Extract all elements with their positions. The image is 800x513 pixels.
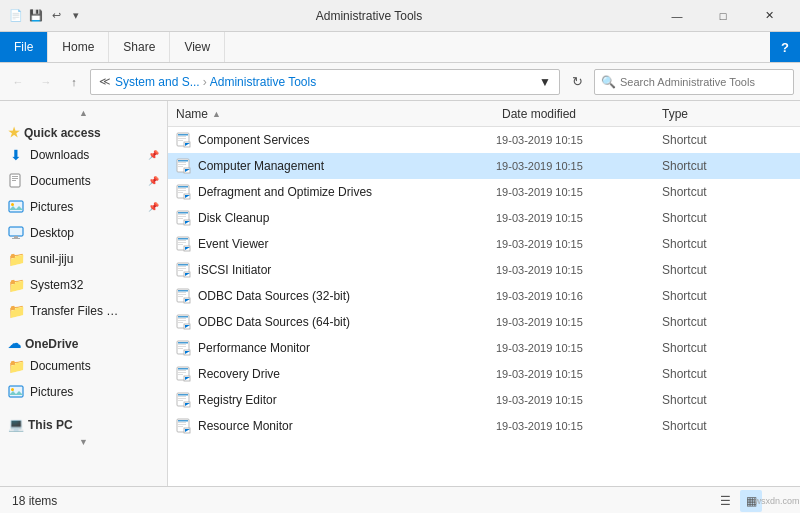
file-icon (176, 366, 192, 382)
onedrive-pics-label: Pictures (30, 385, 73, 399)
svg-rect-32 (178, 216, 186, 217)
sidebar-item-desktop[interactable]: Desktop (0, 220, 167, 246)
svg-rect-3 (12, 180, 16, 181)
svg-rect-54 (178, 316, 188, 318)
svg-rect-69 (178, 374, 183, 375)
dropdown-icon[interactable]: ▾ (68, 8, 84, 24)
table-row[interactable]: Registry Editor 19-03-2019 10:15 Shortcu… (168, 387, 800, 413)
file-icon (176, 314, 192, 330)
tab-file[interactable]: File (0, 32, 48, 62)
table-row[interactable]: Component Services 19-03-2019 10:15 Shor… (168, 127, 800, 153)
divider-2 (0, 405, 167, 413)
tab-home[interactable]: Home (48, 32, 109, 62)
svg-rect-9 (9, 386, 23, 397)
svg-rect-60 (178, 342, 188, 344)
tab-view[interactable]: View (170, 32, 225, 62)
sidebar-item-downloads[interactable]: ⬇ Downloads 📌 (0, 142, 167, 168)
sidebar-item-system32[interactable]: 📁 System32 (0, 272, 167, 298)
svg-rect-55 (178, 318, 186, 319)
svg-rect-33 (178, 218, 183, 219)
sidebar-item-onedrive-pics[interactable]: Pictures (0, 379, 167, 405)
file-icon (176, 392, 192, 408)
pictures-pin: 📌 (148, 202, 159, 212)
svg-rect-21 (178, 166, 183, 167)
table-row[interactable]: Event Viewer 19-03-2019 10:15 Shortcut (168, 231, 800, 257)
file-icon (176, 236, 192, 252)
documents-label: Documents (30, 174, 91, 188)
up-button[interactable]: ↑ (62, 70, 86, 94)
sidebar-scroll-up[interactable]: ▲ (0, 105, 167, 121)
file-date-cell: 19-03-2019 10:15 (496, 342, 656, 354)
file-name-text: iSCSI Initiator (198, 263, 271, 277)
onedrive-docs-icon: 📁 (8, 358, 24, 374)
tab-share[interactable]: Share (109, 32, 170, 62)
downloads-icon: ⬇ (8, 147, 24, 163)
table-row[interactable]: ODBC Data Sources (64-bit) 19-03-2019 10… (168, 309, 800, 335)
main-area: ▲ ★ Quick access ⬇ Downloads 📌 Documents… (0, 101, 800, 486)
file-icon (176, 184, 192, 200)
close-button[interactable]: ✕ (746, 0, 792, 32)
table-row[interactable]: iSCSI Initiator 19-03-2019 10:15 Shortcu… (168, 257, 800, 283)
transfer-icon: 📁 (8, 303, 24, 319)
sidebar-item-documents[interactable]: Documents 📌 (0, 168, 167, 194)
file-date-cell: 19-03-2019 10:15 (496, 264, 656, 276)
help-button[interactable]: ? (770, 32, 800, 62)
sidebar-item-onedrive-docs[interactable]: 📁 Documents (0, 353, 167, 379)
file-name-cell: Recovery Drive (176, 366, 490, 382)
svg-rect-75 (178, 400, 183, 401)
table-row[interactable]: Resource Monitor 19-03-2019 10:15 Shortc… (168, 413, 800, 439)
svg-rect-56 (178, 320, 186, 321)
status-bar: 18 items ☰ ▦ wsxdn.com (0, 486, 800, 513)
svg-rect-4 (9, 201, 23, 212)
svg-rect-30 (178, 212, 188, 214)
search-box[interactable]: 🔍 (594, 69, 794, 95)
table-row[interactable]: ODBC Data Sources (32-bit) 19-03-2019 10… (168, 283, 800, 309)
table-row[interactable]: Performance Monitor 19-03-2019 10:15 Sho… (168, 335, 800, 361)
file-icon (176, 288, 192, 304)
table-row[interactable]: Defragment and Optimize Drives 19-03-201… (168, 179, 800, 205)
desktop-icon (8, 225, 24, 241)
section-onedrive[interactable]: ☁ OneDrive (0, 332, 167, 353)
svg-rect-44 (178, 268, 186, 269)
file-name-cell: Computer Management (176, 158, 490, 174)
svg-rect-15 (178, 140, 183, 141)
back-button[interactable]: ← (6, 70, 30, 94)
svg-rect-72 (178, 394, 188, 396)
forward-button[interactable]: → (34, 70, 58, 94)
col-type-header[interactable]: Type (662, 107, 792, 121)
sidebar-item-transfer[interactable]: 📁 Transfer Files fro (0, 298, 167, 324)
refresh-button[interactable]: ↻ (564, 69, 590, 95)
address-bar: ← → ↑ ≪ System and S... › Administrative… (0, 63, 800, 101)
search-input[interactable] (620, 76, 787, 88)
sidebar-item-sunil[interactable]: 📁 sunil-jiju (0, 246, 167, 272)
col-date-header[interactable]: Date modified (502, 107, 662, 121)
svg-rect-37 (178, 240, 186, 241)
col-name-header[interactable]: Name ▲ (176, 107, 502, 121)
section-this-pc[interactable]: 💻 This PC (0, 413, 167, 434)
sidebar-scroll-down[interactable]: ▼ (0, 434, 167, 450)
address-path[interactable]: ≪ System and S... › Administrative Tools… (90, 69, 560, 95)
table-row[interactable]: Disk Cleanup 19-03-2019 10:15 Shortcut (168, 205, 800, 231)
file-name-text: Recovery Drive (198, 367, 280, 381)
maximize-button[interactable]: □ (700, 0, 746, 32)
svg-rect-26 (178, 190, 186, 191)
svg-rect-2 (12, 178, 18, 179)
sidebar-item-pictures[interactable]: Pictures 📌 (0, 194, 167, 220)
file-list: Component Services 19-03-2019 10:15 Shor… (168, 127, 800, 486)
file-type-cell: Shortcut (662, 133, 792, 147)
table-row[interactable]: Computer Management 19-03-2019 10:15 Sho… (168, 153, 800, 179)
path-dropdown[interactable]: ▼ (539, 75, 551, 89)
minimize-button[interactable]: — (654, 0, 700, 32)
file-name-cell: ODBC Data Sources (32-bit) (176, 288, 490, 304)
file-type-cell: Shortcut (662, 289, 792, 303)
table-row[interactable]: Recovery Drive 19-03-2019 10:15 Shortcut (168, 361, 800, 387)
sunil-folder-icon: 📁 (8, 251, 24, 267)
file-date-cell: 19-03-2019 10:15 (496, 420, 656, 432)
section-quick-access[interactable]: ★ Quick access (0, 121, 167, 142)
file-type-cell: Shortcut (662, 315, 792, 329)
file-name-text: Disk Cleanup (198, 211, 269, 225)
undo-icon: ↩ (48, 8, 64, 24)
file-icon (176, 262, 192, 278)
details-view-button[interactable]: ☰ (714, 490, 736, 512)
svg-rect-31 (178, 214, 186, 215)
